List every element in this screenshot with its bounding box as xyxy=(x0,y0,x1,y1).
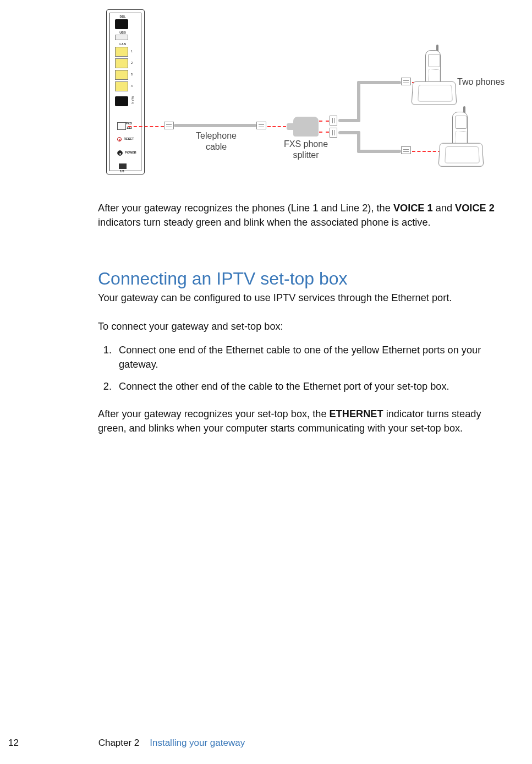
ethernet-strong: ETHERNET xyxy=(330,408,383,419)
lan-number: 2 xyxy=(131,61,133,64)
text: indicators turn steady green and blink w… xyxy=(98,217,431,228)
red-dashed-line xyxy=(319,121,329,122)
rj-plug-icon xyxy=(256,122,266,129)
lan-ports-block: 1 2 3 4 xyxy=(115,47,128,96)
usb-port xyxy=(115,35,128,40)
voice-paragraph: After your gateway recognizes the phones… xyxy=(98,201,505,230)
lan-port-1: 1 xyxy=(115,47,128,57)
red-dashed-line xyxy=(319,132,329,133)
wan-port xyxy=(115,96,128,106)
page: DSL USB LAN 1 2 3 4 WAN FXS 1&2 RESET PO… xyxy=(0,0,532,764)
phone-base-icon xyxy=(438,143,484,167)
rj-plug-icon xyxy=(401,78,411,85)
lan-number: 3 xyxy=(131,73,133,76)
red-dashed-line xyxy=(128,126,164,127)
connection-diagram: DSL USB LAN 1 2 3 4 WAN FXS 1&2 RESET PO… xyxy=(101,9,508,174)
section-lead: To connect your gateway and set-top box: xyxy=(98,320,505,334)
rj-plug-icon xyxy=(401,146,411,154)
main-content: After your gateway recognizes the phones… xyxy=(98,201,505,450)
section-intro: Your gateway can be configured to use IP… xyxy=(98,291,505,305)
telephone-cable-label: Telephone cable xyxy=(186,130,246,152)
voice2-strong: VOICE 2 xyxy=(455,203,495,214)
chapter-label: Chapter 2 xyxy=(98,738,140,748)
port-label-usb: USB xyxy=(117,31,128,34)
bottom-clip xyxy=(119,163,127,169)
phone-base-icon xyxy=(412,81,457,105)
telephone-cable xyxy=(174,124,256,127)
lan-port-3: 3 xyxy=(115,70,128,80)
text: and xyxy=(433,203,455,214)
after-paragraph: After your gateway recognizes your set-t… xyxy=(98,407,505,436)
rj-plug-icon xyxy=(330,128,337,138)
phone-icon xyxy=(412,50,456,105)
fxs-splitter-label: FXS phone splitter xyxy=(276,139,336,161)
voice1-strong: VOICE 1 xyxy=(393,203,433,214)
phone-cable xyxy=(357,150,401,153)
port-label-dsl: DSL xyxy=(117,15,128,18)
rj-plug-icon xyxy=(330,116,337,125)
port-label-wan: WAN xyxy=(131,96,134,104)
page-footer: 12 Chapter 2 Installing your gateway xyxy=(8,738,245,749)
rj-plug-icon xyxy=(164,122,174,129)
power-jack-icon xyxy=(117,150,123,156)
phone-icon xyxy=(439,112,483,167)
step-item: Connect one end of the Ethernet cable to… xyxy=(114,343,505,372)
phone-cable xyxy=(357,81,401,84)
fxs-port xyxy=(117,122,126,130)
dsl-port xyxy=(115,19,128,29)
port-label-reset: RESET xyxy=(124,137,134,140)
text: After your gateway recognizes your set-t… xyxy=(98,408,330,419)
fxs-phone-splitter xyxy=(293,117,319,137)
port-label-power: POWER xyxy=(125,151,136,154)
port-label-io: 1/0 xyxy=(120,170,124,173)
step-item: Connect the other end of the cable to th… xyxy=(114,380,505,394)
text: After your gateway recognizes the phones… xyxy=(98,203,393,214)
section-title: Connecting an IPTV set-top box xyxy=(98,269,505,289)
gateway-back-panel: DSL USB LAN 1 2 3 4 WAN FXS 1&2 RESET PO… xyxy=(101,9,150,174)
reset-button-icon xyxy=(117,137,122,141)
lan-number: 1 xyxy=(131,50,133,53)
port-label-fxs: FXS xyxy=(126,122,132,125)
two-phones-label: Two phones xyxy=(457,77,512,88)
chapter-title: Installing your gateway xyxy=(150,738,245,748)
lan-port-4: 4 xyxy=(115,81,128,91)
phone-cable xyxy=(357,81,360,122)
red-dashed-line xyxy=(267,126,286,127)
port-label-lan: LAN xyxy=(117,42,128,46)
page-number: 12 xyxy=(8,738,19,748)
lan-number: 4 xyxy=(131,84,133,88)
steps-list: Connect one end of the Ethernet cable to… xyxy=(98,343,505,394)
lan-port-2: 2 xyxy=(115,58,128,68)
